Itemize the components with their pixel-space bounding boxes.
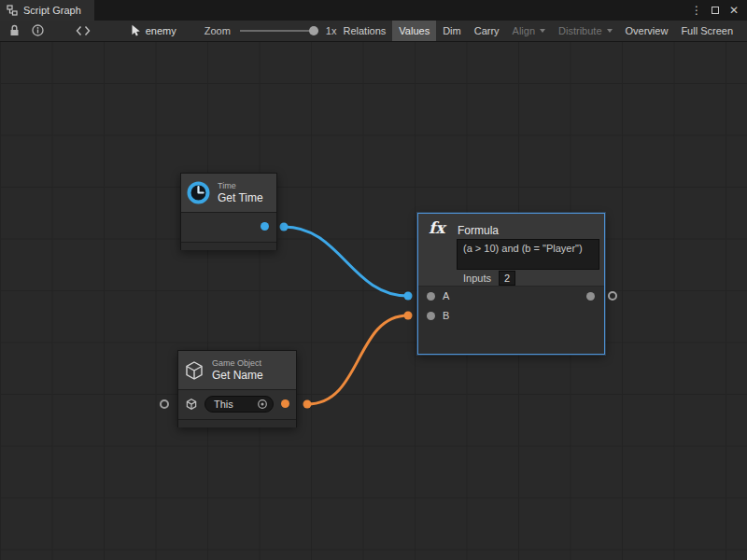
inputs-label: Inputs (463, 273, 491, 284)
node-body: This (178, 390, 296, 419)
formula-ports: A B (418, 287, 604, 354)
wire-gettime-to-formula-a[interactable] (284, 227, 408, 296)
chevron-down-icon (540, 29, 545, 33)
chevron-down-icon (607, 29, 613, 33)
target-object-field[interactable]: This (204, 396, 274, 413)
wire-layer (0, 42, 747, 560)
inputs-count-field[interactable]: 2 (499, 271, 515, 286)
node-title: Formula (458, 224, 499, 237)
code-brackets-icon (76, 25, 91, 36)
formula-output-port[interactable] (586, 292, 595, 301)
code-view-button[interactable] (74, 21, 93, 41)
getname-target-outer-port[interactable] (160, 399, 169, 409)
lock-button[interactable] (7, 21, 21, 41)
distribute-dropdown[interactable]: Distribute (552, 21, 618, 41)
maximize-square (712, 7, 719, 14)
info-button[interactable] (31, 21, 45, 41)
formula-expression-field[interactable]: (a > 10) and (b = "Player") (457, 239, 599, 270)
target-object-value: This (214, 399, 257, 410)
distribute-label: Distribute (558, 25, 601, 36)
lock-icon (9, 24, 20, 36)
node-header: Time Get Time (181, 174, 276, 213)
script-graph-icon (7, 5, 18, 16)
node-get-name[interactable]: Game Object Get Name This (177, 350, 297, 427)
graph-name: enemy (146, 25, 176, 36)
node-title: Get Time (218, 191, 263, 204)
formula-input-port-b[interactable] (427, 312, 435, 320)
tab-script-graph[interactable]: Script Graph (0, 0, 94, 21)
graph-breadcrumb[interactable]: enemy (131, 24, 176, 36)
formula-fx-icon: fx (429, 218, 444, 237)
gettime-output-port[interactable] (261, 222, 269, 231)
zoom-slider[interactable] (238, 21, 320, 41)
node-body (181, 213, 276, 242)
wire-getname-to-formula-b[interactable] (307, 315, 408, 404)
values-button[interactable]: Values (392, 21, 436, 41)
game-object-cube-icon (183, 359, 205, 382)
graph-canvas[interactable]: Time Get Time fx Formula (a > 10) and (b… (0, 42, 747, 560)
dim-button[interactable]: Dim (436, 21, 468, 41)
menu-icon[interactable]: ⋮ (688, 1, 705, 20)
overview-button[interactable]: Overview (619, 21, 675, 41)
node-get-time[interactable]: Time Get Time (180, 173, 277, 250)
cube-icon (185, 398, 198, 411)
node-category: Game Object (212, 358, 263, 369)
tab-title: Script Graph (23, 5, 81, 16)
clock-icon (186, 180, 211, 205)
node-header-text: Game Object Get Name (212, 358, 263, 383)
node-formula[interactable]: fx Formula (a > 10) and (b = "Player") I… (417, 213, 605, 355)
getname-output-port[interactable] (281, 399, 289, 408)
formula-input-port-a[interactable] (427, 292, 435, 301)
zoom-slider-track[interactable] (240, 30, 318, 32)
window-controls: ⋮ ✕ (688, 0, 747, 21)
node-header-text: Time Get Time (218, 181, 263, 205)
info-icon (32, 24, 44, 36)
maximize-icon[interactable] (707, 1, 724, 20)
fullscreen-button[interactable]: Full Screen (674, 21, 740, 41)
formula-output-outer-port[interactable] (608, 291, 617, 301)
graph-toolbar: enemy Zoom 1x Relations Values Dim Carry… (0, 21, 747, 42)
port-label-a: A (443, 290, 449, 301)
formula-header: fx Formula (a > 10) and (b = "Player") I… (418, 214, 604, 287)
align-label: Align (513, 25, 535, 36)
cursor-icon (131, 24, 141, 36)
toolbar-button-group: Relations Values Dim Carry Align Distrib… (336, 21, 740, 41)
relations-button[interactable]: Relations (336, 21, 392, 41)
node-title: Get Name (212, 369, 263, 382)
node-header: Game Object Get Name (178, 351, 296, 390)
zoom-label: Zoom (204, 25, 231, 36)
node-footer (181, 242, 276, 250)
script-graph-window: Script Graph ⋮ ✕ (0, 0, 747, 560)
node-category: Time (218, 181, 263, 191)
object-picker-icon[interactable] (257, 399, 268, 410)
zoom-value: 1x (326, 25, 337, 36)
carry-button[interactable]: Carry (468, 21, 506, 41)
formula-inputs-row: Inputs 2 (463, 271, 515, 286)
close-icon[interactable]: ✕ (726, 1, 742, 20)
align-dropdown[interactable]: Align (506, 21, 552, 41)
zoom-slider-handle[interactable] (309, 26, 318, 35)
node-footer (178, 419, 296, 427)
title-bar: Script Graph ⋮ ✕ (0, 0, 747, 21)
port-label-b: B (443, 310, 449, 321)
